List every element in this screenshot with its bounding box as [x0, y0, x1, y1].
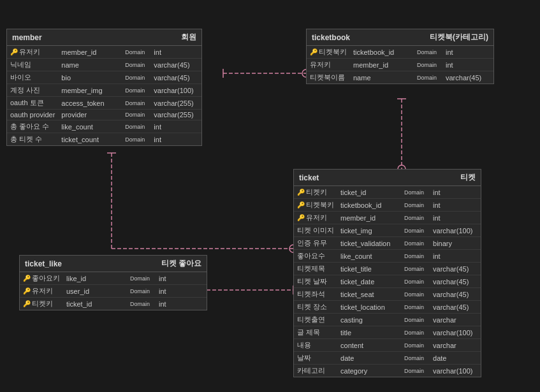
ticket-table: ticket 티켓 🔑티켓키 ticket_id Domain int 🔑티켓북…	[293, 169, 481, 377]
ticket-like-table: ticket_like 티켓 좋아요 🔑좋아요키 like_id Domain …	[19, 255, 207, 310]
table-row: 인증 유무 ticket_validation Domain binary	[294, 237, 481, 250]
table-row: 🔑좋아요키 like_id Domain int	[20, 272, 207, 285]
table-row: 🔑유저키 user_id Domain int	[20, 285, 207, 298]
ticket-like-table-name-right: 티켓 좋아요	[161, 258, 201, 269]
table-row: oauth 토큰 access_token Domain varchar(255…	[7, 97, 201, 110]
table-row: 계정 사진 member_img Domain varchar(100)	[7, 84, 201, 97]
key-icon: 🔑	[10, 48, 18, 55]
member-table-name-right: 회원	[181, 32, 196, 43]
ticket-like-table-name-left: ticket_like	[25, 259, 62, 268]
table-row: 🔑유저키 member_id Domain int	[7, 46, 201, 59]
ticket-like-table-rows: 🔑좋아요키 like_id Domain int 🔑유저키 user_id Do…	[20, 272, 207, 310]
table-row: 🔑유저키 member_id Domain int	[294, 212, 481, 224]
table-row: 티켓 날짜 ticket_date Domain varchar(45)	[294, 275, 481, 288]
member-table-rows: 🔑유저키 member_id Domain int 닉네임 name Domai…	[7, 46, 201, 145]
ticket-table-header: ticket 티켓	[294, 170, 481, 186]
key-icon: 🔑	[297, 189, 305, 196]
ticket-table-rows: 🔑티켓키 ticket_id Domain int 🔑티켓북키 ticketbo…	[294, 186, 481, 377]
table-row: 카테고리 category Domain varchar(100)	[294, 365, 481, 377]
table-row: oauth provider provider Domain varchar(2…	[7, 110, 201, 120]
table-row: 티켓좌석 ticket_seat Domain varchar(45)	[294, 288, 481, 301]
ticketbook-table-header: ticketbook 티켓북(카테고리)	[307, 29, 493, 46]
diagram-canvas: member 회원 🔑유저키 member_id Domain int 닉네임 …	[0, 0, 540, 392]
key-icon: 🔑	[23, 287, 31, 294]
table-row: 티켓 이미지 ticket_img Domain varchar(100)	[294, 224, 481, 237]
table-row: 바이오 bio Domain varchar(45)	[7, 71, 201, 84]
ticket-like-table-header: ticket_like 티켓 좋아요	[20, 256, 207, 272]
member-table: member 회원 🔑유저키 member_id Domain int 닉네임 …	[6, 29, 202, 146]
member-table-name-left: member	[12, 33, 42, 42]
ticket-table-name-right: 티켓	[460, 172, 476, 183]
key-icon: 🔑	[23, 300, 31, 307]
key-icon: 🔑	[310, 48, 317, 55]
table-row: 닉네임 name Domain varchar(45)	[7, 59, 201, 71]
ticketbook-table-name-right: 티켓북(카테고리)	[430, 32, 488, 43]
table-row: 티켓출연 casting Domain varchar	[294, 314, 481, 326]
key-icon: 🔑	[23, 275, 31, 282]
table-row: 유저키 member_id Domain int	[307, 59, 493, 71]
table-row: 글 제목 title Domain varchar(100)	[294, 326, 481, 339]
member-table-header: member 회원	[7, 29, 201, 46]
table-row: 🔑티켓북키 ticketbook_id Domain int	[294, 199, 481, 212]
ticketbook-table: ticketbook 티켓북(카테고리) 🔑티켓북키 ticketbook_id…	[306, 29, 494, 84]
table-row: 🔑티켓키 ticket_id Domain int	[20, 298, 207, 310]
table-row: 티켓북이름 name Domain varchar(45)	[307, 71, 493, 84]
table-row: 총 티켓 수 ticket_count Domain int	[7, 133, 201, 146]
key-icon: 🔑	[297, 201, 305, 208]
key-icon: 🔑	[297, 214, 305, 221]
table-row: 내용 content Domain varchar	[294, 339, 481, 352]
table-row: 🔑티켓키 ticket_id Domain int	[294, 186, 481, 199]
ticketbook-table-rows: 🔑티켓북키 ticketbook_id Domain int 유저키 membe…	[307, 46, 493, 83]
table-row: 날짜 date Domain date	[294, 352, 481, 365]
table-row: 🔑티켓북키 ticketbook_id Domain int	[307, 46, 493, 59]
ticket-table-name-left: ticket	[299, 173, 319, 182]
table-row: 티켓 장소 ticket_location Domain varchar(45)	[294, 301, 481, 314]
table-row: 좋아요수 like_count Domain int	[294, 250, 481, 263]
table-row: 티켓제목 ticket_title Domain varchar(45)	[294, 263, 481, 275]
ticketbook-table-name-left: ticketbook	[312, 33, 350, 42]
table-row: 총 좋아요 수 like_count Domain int	[7, 120, 201, 133]
